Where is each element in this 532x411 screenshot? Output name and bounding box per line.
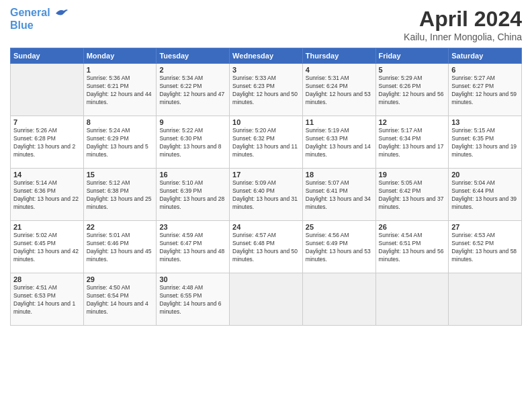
calendar-cell: 26Sunrise: 4:54 AMSunset: 6:51 PMDayligh… (375, 221, 449, 273)
calendar-cell: 23Sunrise: 4:59 AMSunset: 6:47 PMDayligh… (157, 221, 230, 273)
calendar-cell: 12Sunrise: 5:17 AMSunset: 6:34 PMDayligh… (375, 116, 449, 169)
day-info: Sunrise: 4:56 AMSunset: 6:49 PMDaylight:… (306, 232, 373, 264)
calendar-cell: 19Sunrise: 5:05 AMSunset: 6:42 PMDayligh… (375, 169, 449, 221)
calendar-cell: 15Sunrise: 5:12 AMSunset: 6:38 PMDayligh… (83, 169, 157, 221)
day-number: 17 (232, 171, 300, 179)
calendar-cell (449, 273, 522, 326)
calendar-week-row: 21Sunrise: 5:02 AMSunset: 6:45 PMDayligh… (11, 221, 522, 273)
day-info: Sunrise: 5:20 AMSunset: 6:32 PMDaylight:… (232, 127, 300, 159)
day-info: Sunrise: 5:04 AMSunset: 6:44 PMDaylight:… (451, 179, 519, 212)
location-subtitle: Kailu, Inner Mongolia, China (404, 32, 522, 42)
logo: General Blue (10, 7, 69, 32)
calendar-cell: 10Sunrise: 5:20 AMSunset: 6:32 PMDayligh… (230, 116, 303, 169)
day-number: 26 (379, 223, 446, 231)
day-number: 2 (159, 66, 226, 74)
calendar-cell: 18Sunrise: 5:07 AMSunset: 6:41 PMDayligh… (302, 169, 375, 221)
day-number: 23 (159, 223, 226, 231)
weekday-header: Wednesday (230, 48, 303, 64)
day-info: Sunrise: 5:02 AMSunset: 6:45 PMDaylight:… (13, 232, 81, 264)
calendar-cell: 20Sunrise: 5:04 AMSunset: 6:44 PMDayligh… (449, 169, 522, 221)
day-number: 15 (87, 171, 154, 179)
bird-icon (54, 7, 69, 19)
calendar-cell: 14Sunrise: 5:14 AMSunset: 6:36 PMDayligh… (11, 169, 84, 221)
day-info: Sunrise: 5:15 AMSunset: 6:35 PMDaylight:… (451, 127, 519, 159)
calendar-cell: 9Sunrise: 5:22 AMSunset: 6:30 PMDaylight… (157, 116, 230, 169)
calendar-cell (302, 273, 375, 326)
day-info: Sunrise: 5:36 AMSunset: 6:21 PMDaylight:… (87, 75, 154, 107)
day-number: 1 (87, 66, 154, 74)
day-number: 3 (232, 66, 300, 74)
day-info: Sunrise: 5:27 AMSunset: 6:27 PMDaylight:… (451, 75, 519, 107)
logo-content: General Blue (10, 7, 69, 32)
day-number: 22 (87, 223, 154, 231)
day-number: 21 (13, 223, 81, 231)
day-number: 11 (306, 118, 373, 126)
day-number: 8 (87, 118, 154, 126)
calendar-cell: 27Sunrise: 4:53 AMSunset: 6:52 PMDayligh… (449, 221, 522, 273)
calendar-cell: 13Sunrise: 5:15 AMSunset: 6:35 PMDayligh… (449, 116, 522, 169)
day-info: Sunrise: 5:17 AMSunset: 6:34 PMDaylight:… (379, 127, 446, 159)
calendar-cell (375, 273, 449, 326)
calendar-week-row: 7Sunrise: 5:26 AMSunset: 6:28 PMDaylight… (11, 116, 522, 169)
day-number: 27 (451, 223, 519, 231)
title-section: April 2024 Kailu, Inner Mongolia, China (404, 7, 522, 42)
day-info: Sunrise: 5:26 AMSunset: 6:28 PMDaylight:… (13, 127, 81, 159)
calendar-cell: 5Sunrise: 5:29 AMSunset: 6:26 PMDaylight… (375, 64, 449, 116)
weekday-header: Thursday (302, 48, 375, 64)
calendar-cell: 21Sunrise: 5:02 AMSunset: 6:45 PMDayligh… (11, 221, 84, 273)
page-container: General Blue April 2024 Kailu, Inner Mon… (0, 0, 532, 332)
day-info: Sunrise: 5:34 AMSunset: 6:22 PMDaylight:… (159, 75, 226, 107)
day-info: Sunrise: 5:22 AMSunset: 6:30 PMDaylight:… (159, 127, 226, 159)
day-info: Sunrise: 4:57 AMSunset: 6:48 PMDaylight:… (232, 232, 300, 264)
day-number: 16 (159, 171, 226, 179)
day-number: 20 (451, 171, 519, 179)
day-info: Sunrise: 5:09 AMSunset: 6:40 PMDaylight:… (232, 179, 300, 212)
calendar-cell: 4Sunrise: 5:31 AMSunset: 6:24 PMDaylight… (302, 64, 375, 116)
weekday-header: Sunday (11, 48, 84, 64)
day-number: 9 (159, 118, 226, 126)
day-info: Sunrise: 5:33 AMSunset: 6:23 PMDaylight:… (232, 75, 300, 107)
weekday-header: Monday (83, 48, 157, 64)
calendar-cell: 1Sunrise: 5:36 AMSunset: 6:21 PMDaylight… (83, 64, 157, 116)
calendar-table: SundayMondayTuesdayWednesdayThursdayFrid… (10, 48, 522, 326)
day-info: Sunrise: 4:48 AMSunset: 6:55 PMDaylight:… (159, 284, 226, 316)
calendar-week-row: 1Sunrise: 5:36 AMSunset: 6:21 PMDaylight… (11, 64, 522, 116)
day-info: Sunrise: 5:19 AMSunset: 6:33 PMDaylight:… (306, 127, 373, 159)
day-number: 30 (159, 275, 226, 283)
calendar-week-row: 14Sunrise: 5:14 AMSunset: 6:36 PMDayligh… (11, 169, 522, 221)
weekday-header: Friday (375, 48, 449, 64)
day-info: Sunrise: 5:01 AMSunset: 6:46 PMDaylight:… (87, 232, 154, 264)
day-number: 13 (451, 118, 519, 126)
day-info: Sunrise: 5:14 AMSunset: 6:36 PMDaylight:… (13, 179, 81, 212)
day-info: Sunrise: 5:12 AMSunset: 6:38 PMDaylight:… (87, 179, 154, 212)
day-info: Sunrise: 5:29 AMSunset: 6:26 PMDaylight:… (379, 75, 446, 107)
day-number: 29 (87, 275, 154, 283)
day-number: 25 (306, 223, 373, 231)
calendar-cell: 11Sunrise: 5:19 AMSunset: 6:33 PMDayligh… (302, 116, 375, 169)
calendar-cell: 3Sunrise: 5:33 AMSunset: 6:23 PMDaylight… (230, 64, 303, 116)
day-number: 18 (306, 171, 373, 179)
calendar-cell: 25Sunrise: 4:56 AMSunset: 6:49 PMDayligh… (302, 221, 375, 273)
day-number: 19 (379, 171, 446, 179)
day-number: 14 (13, 171, 81, 179)
month-title: April 2024 (404, 7, 522, 32)
day-info: Sunrise: 4:53 AMSunset: 6:52 PMDaylight:… (451, 232, 519, 264)
day-number: 10 (232, 118, 300, 126)
day-number: 12 (379, 118, 446, 126)
calendar-cell: 8Sunrise: 5:24 AMSunset: 6:29 PMDaylight… (83, 116, 157, 169)
day-info: Sunrise: 4:54 AMSunset: 6:51 PMDaylight:… (379, 232, 446, 264)
calendar-cell: 28Sunrise: 4:51 AMSunset: 6:53 PMDayligh… (11, 273, 84, 326)
calendar-cell: 24Sunrise: 4:57 AMSunset: 6:48 PMDayligh… (230, 221, 303, 273)
day-number: 28 (13, 275, 81, 283)
weekday-header: Saturday (449, 48, 522, 64)
calendar-cell: 29Sunrise: 4:50 AMSunset: 6:54 PMDayligh… (83, 273, 157, 326)
day-info: Sunrise: 5:07 AMSunset: 6:41 PMDaylight:… (306, 179, 373, 212)
day-info: Sunrise: 4:51 AMSunset: 6:53 PMDaylight:… (13, 284, 81, 316)
calendar-cell: 2Sunrise: 5:34 AMSunset: 6:22 PMDaylight… (157, 64, 230, 116)
weekday-header-row: SundayMondayTuesdayWednesdayThursdayFrid… (11, 48, 522, 64)
day-number: 24 (232, 223, 300, 231)
day-info: Sunrise: 5:05 AMSunset: 6:42 PMDaylight:… (379, 179, 446, 212)
day-number: 5 (379, 66, 446, 74)
calendar-cell: 17Sunrise: 5:09 AMSunset: 6:40 PMDayligh… (230, 169, 303, 221)
day-info: Sunrise: 4:50 AMSunset: 6:54 PMDaylight:… (87, 284, 154, 316)
